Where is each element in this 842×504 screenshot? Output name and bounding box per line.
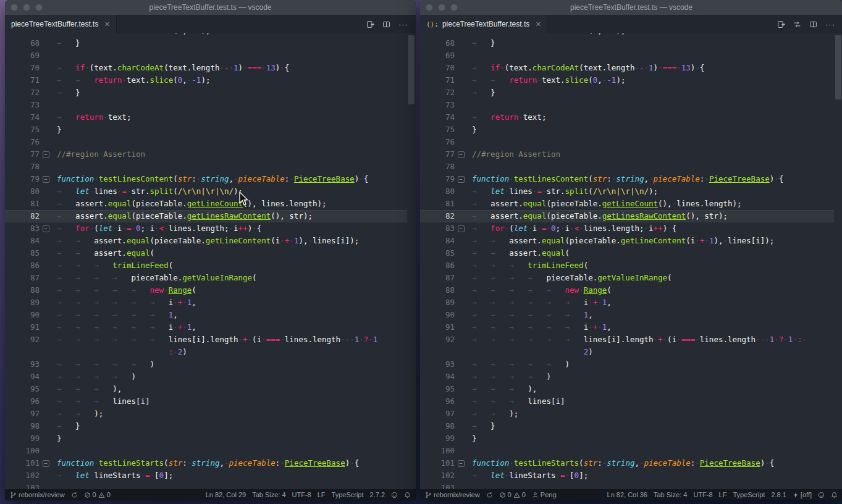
code-line[interactable]: 98→ } <box>5 420 407 432</box>
code-line[interactable]: 77−//#region·Assertion <box>5 148 407 161</box>
code-line[interactable]: 76 <box>420 136 834 148</box>
code-line[interactable]: 73 <box>420 99 834 111</box>
zoom-window-button[interactable] <box>35 4 43 11</box>
open-changes-icon[interactable] <box>366 20 374 28</box>
code-line[interactable]: 100 <box>5 445 407 457</box>
code-line[interactable]: 75} <box>5 124 407 136</box>
fold-icon[interactable]: − <box>40 148 52 161</box>
titlebar[interactable]: pieceTreeTextBuffer.test.ts — vscode <box>5 0 416 15</box>
code-line[interactable]: 96→ → → lines[i] <box>5 395 407 408</box>
minimize-window-button[interactable] <box>438 4 445 11</box>
code-line[interactable]: 79−function·testLinesContent(str:·string… <box>420 173 834 185</box>
code-line[interactable]: 84→ → assert.equal(pieceTable.getLineCon… <box>5 235 407 247</box>
editor[interactable]: 67→ → text·=·text.slice(0,·-1);68→ }6970… <box>420 33 842 489</box>
code-line[interactable]: 103 <box>5 482 407 489</box>
scrollbar[interactable] <box>407 33 416 489</box>
code-line[interactable]: 91→ → → → → → i·+·1, <box>420 321 834 334</box>
live-share-status[interactable]: Peng <box>532 491 557 498</box>
ts-version-indicator[interactable]: 2.7.2 <box>370 491 385 498</box>
scrollbar-thumb[interactable] <box>835 35 841 99</box>
code-line[interactable]: 72→ } <box>5 86 407 99</box>
code-wrapped-line[interactable]: 2) <box>420 346 834 358</box>
code-line[interactable]: 71→ → return·text.slice(0,·-1); <box>420 74 834 86</box>
code-line[interactable]: 103 <box>420 482 834 489</box>
code-line[interactable]: 91→ → → → → → i·+·1, <box>5 321 407 334</box>
close-window-button[interactable] <box>426 4 433 11</box>
code-line[interactable]: 72→ } <box>420 86 834 99</box>
code-line[interactable]: 93→ → → → → ) <box>5 358 407 371</box>
sync-status[interactable] <box>71 492 78 498</box>
code-line[interactable]: 90→ → → → → → 1, <box>420 309 834 321</box>
problems-status[interactable]: 0 0 <box>499 491 526 498</box>
code-line[interactable]: 92→ → → → → → lines[i].length·+·(i·===·l… <box>5 334 407 346</box>
fold-icon[interactable]: − <box>40 173 52 185</box>
split-editor-icon[interactable] <box>382 20 390 28</box>
code-line[interactable]: 90→ → → → → → 1, <box>5 309 407 321</box>
split-editor-icon[interactable] <box>809 20 817 28</box>
code-line[interactable]: 102→ let·lineStarts·=·[0]; <box>420 469 834 482</box>
code-area[interactable]: 67→ → text·=·text.slice(0,·-1);68→ }6970… <box>420 33 834 489</box>
more-actions-icon[interactable]: ··· <box>825 20 835 29</box>
fold-icon[interactable]: − <box>40 222 52 235</box>
code-line[interactable]: 81→ assert.equal(pieceTable.getLineCount… <box>5 198 407 210</box>
code-line[interactable]: 76 <box>5 136 407 148</box>
ts-version-indicator[interactable]: 2.8.1 <box>771 491 786 498</box>
code-line[interactable]: 68→ } <box>5 37 407 49</box>
code-line[interactable]: 83−→ for·(let·i·=·0;·i·<·lines.length;·i… <box>5 222 407 235</box>
code-line[interactable]: 75} <box>420 124 834 136</box>
fold-icon[interactable]: − <box>455 173 467 185</box>
code-line[interactable]: 99} <box>420 432 834 445</box>
code-line[interactable]: 95→ → → ), <box>5 383 407 395</box>
scrollbar[interactable] <box>834 33 842 489</box>
code-line[interactable]: 88→ → → → → new·Range( <box>420 284 834 296</box>
tab-piecetreetextbuffer[interactable]: (); pieceTreeTextBuffer.test.ts × <box>420 15 547 33</box>
code-line[interactable]: 78 <box>420 161 834 173</box>
code-line[interactable]: 68→ } <box>420 37 834 49</box>
close-tab-icon[interactable]: × <box>536 20 541 28</box>
code-line[interactable]: 100 <box>420 445 834 457</box>
code-line[interactable]: 86→ → → trimLineFeed( <box>420 259 834 272</box>
code-line[interactable]: 101−function·testLineStarts(str:·string,… <box>420 457 834 469</box>
code-line[interactable]: 99} <box>5 432 407 445</box>
code-line[interactable]: 87→ → → → pieceTable.getValueInRange( <box>420 272 834 284</box>
titlebar[interactable]: pieceTreeTextBuffer.test.ts — vscode <box>420 0 842 15</box>
sync-status[interactable] <box>486 492 493 498</box>
code-line[interactable]: 92→ → → → → → lines[i].length·+·(i·===·l… <box>420 334 834 346</box>
code-area[interactable]: 67→ → text·=·text.slice(0,·-1);68→ }6970… <box>5 33 407 489</box>
code-line[interactable]: 70→ if·(text.charCodeAt(text.length·-·1)… <box>5 62 407 74</box>
scrollbar-thumb[interactable] <box>408 35 415 104</box>
code-line[interactable]: 87→ → → → pieceTable.getValueInRange( <box>5 272 407 284</box>
branch-status[interactable]: rebornix/review <box>425 491 480 498</box>
close-tab-icon[interactable]: × <box>104 20 109 28</box>
notifications-bell-icon[interactable] <box>404 492 411 498</box>
code-line[interactable]: 84→ → assert.equal(pieceTable.getLineCon… <box>420 235 834 247</box>
code-line[interactable]: 93→ → → → → ) <box>420 358 834 371</box>
code-line[interactable]: 74→ return·text; <box>420 111 834 124</box>
feedback-smiley-icon[interactable] <box>818 492 825 498</box>
code-wrapped-line[interactable]: :·2) <box>5 346 407 358</box>
code-line[interactable]: 94→ → → → ) <box>5 371 407 383</box>
code-line[interactable]: 102→ let·lineStarts·=·[0]; <box>5 469 407 482</box>
code-line[interactable]: 69 <box>420 49 834 62</box>
code-line[interactable]: 96→ → → lines[i] <box>420 395 834 408</box>
code-line[interactable]: 95→ → → ), <box>420 383 834 395</box>
notifications-bell-icon[interactable] <box>831 492 838 498</box>
code-line[interactable]: 80→ let·lines·=·str.split(/\r\n|\r|\n/); <box>5 185 407 198</box>
code-line[interactable]: 89→ → → → → → i·+·1, <box>5 296 407 309</box>
fold-icon[interactable]: − <box>455 457 467 469</box>
eol-indicator[interactable]: LF <box>719 491 727 498</box>
cursor-position[interactable]: Ln 82, Col 29 <box>206 491 246 498</box>
code-line[interactable]: 94→ → → → ) <box>420 371 834 383</box>
code-line[interactable]: 69 <box>5 49 407 62</box>
fold-icon[interactable]: − <box>40 457 52 469</box>
code-line[interactable]: 98→ } <box>420 420 834 432</box>
code-line[interactable]: 71→ → return·text.slice(0,·-1); <box>5 74 407 86</box>
problems-status[interactable]: 0 0 <box>84 491 111 498</box>
eol-indicator[interactable]: LF <box>318 491 326 498</box>
code-line[interactable]: 85→ → assert.equal( <box>5 247 407 259</box>
more-actions-icon[interactable]: ··· <box>398 20 408 29</box>
code-line[interactable]: 86→ → → trimLineFeed( <box>5 259 407 272</box>
code-line[interactable]: 88→ → → → → new·Range( <box>5 284 407 296</box>
code-line[interactable]: 97→ → ); <box>420 408 834 420</box>
zoom-window-button[interactable] <box>450 4 458 11</box>
